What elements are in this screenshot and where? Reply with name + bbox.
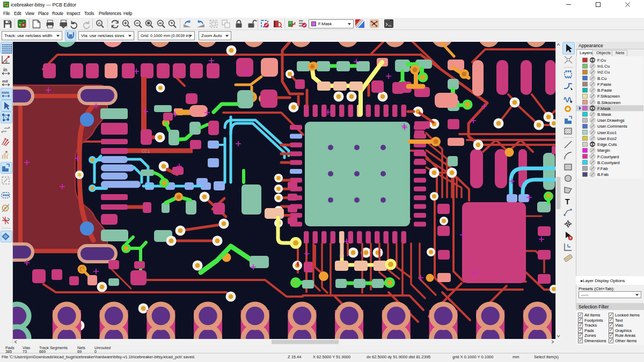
svg-text:F.Cu: F.Cu <box>597 58 606 63</box>
svg-text:B.Silkscreen: B.Silkscreen <box>597 100 620 105</box>
svg-text:mil: mil <box>2 79 8 84</box>
svg-text:F.Mask: F.Mask <box>597 106 611 111</box>
svg-text:User.Eco1: User.Eco1 <box>597 130 617 135</box>
svg-text:User.Drawings: User.Drawings <box>597 118 625 123</box>
svg-text:User.Comments: User.Comments <box>597 124 627 129</box>
svg-text:Edge.Cuts: Edge.Cuts <box>597 142 617 147</box>
svg-text:mm: mm <box>2 90 9 95</box>
svg-text:B.Mask: B.Mask <box>597 112 611 117</box>
svg-text:CC1: CC1 <box>142 149 150 154</box>
svg-text:In2.Cu: In2.Cu <box>597 70 610 75</box>
svg-text:B.Cu: B.Cu <box>597 76 606 81</box>
svg-text:F.Paste: F.Paste <box>597 82 611 87</box>
svg-text:A: A <box>98 21 101 26</box>
svg-text:B.Fab: B.Fab <box>597 172 609 177</box>
svg-text:θ: θ <box>5 60 8 63</box>
svg-text:B.Courtyard: B.Courtyard <box>597 160 620 165</box>
svg-text:F.Courtyard: F.Courtyard <box>597 154 619 159</box>
svg-text:F.Silkscreen: F.Silkscreen <box>597 94 620 99</box>
svg-text:F.Fab: F.Fab <box>597 166 608 171</box>
svg-text:In1.Cu: In1.Cu <box>597 64 610 69</box>
svg-text:in: in <box>3 67 8 72</box>
svg-text:User.Eco2: User.Eco2 <box>597 136 617 141</box>
svg-text:B.Paste: B.Paste <box>597 88 612 93</box>
svg-text:T: T <box>565 197 570 206</box>
svg-text:Margin: Margin <box>597 148 610 153</box>
